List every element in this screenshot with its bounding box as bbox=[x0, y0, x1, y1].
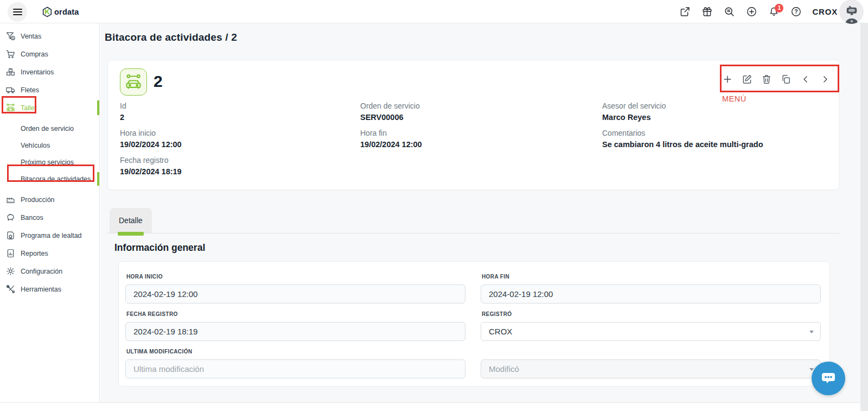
sidebar-subitem-proximo-servicios[interactable]: Próximo servicios bbox=[0, 154, 99, 170]
robot-avatar-icon bbox=[842, 4, 861, 24]
record-field-hora-fin: Hora fin 19/02/2024 12:00 bbox=[360, 129, 593, 149]
record-column-1: Id 2 Hora inicio 19/02/2024 12:00 Fecha … bbox=[120, 102, 353, 183]
chat-widget-button[interactable] bbox=[812, 362, 845, 395]
sales-funnel-icon: $ bbox=[5, 31, 16, 41]
car-service-icon bbox=[5, 103, 16, 113]
field-hora-inicio: HORA INICIO bbox=[125, 274, 465, 303]
annotation-menu-label: MENÚ bbox=[722, 94, 746, 103]
loyalty-badge-icon bbox=[5, 230, 16, 241]
active-indicator-bar bbox=[97, 100, 99, 115]
tools-icon bbox=[5, 284, 16, 294]
detail-form-panel: HORA INICIO HORA FIN FECHA REGISTRO REGI… bbox=[118, 261, 830, 387]
sidebar-item-bancos[interactable]: Bancos bbox=[0, 208, 99, 226]
record-column-2: Orden de servicio SERV00006 Hora fin 19/… bbox=[360, 102, 593, 156]
gear-icon bbox=[5, 266, 16, 276]
logo-letter: K bbox=[44, 8, 49, 16]
car-service-tile-icon bbox=[120, 68, 147, 96]
field-registro: REGISTRÓ CROX bbox=[481, 311, 821, 341]
sidebar-subitem-vehiculos[interactable]: Vehículos bbox=[0, 137, 99, 154]
notifications-bell-icon[interactable]: 1 bbox=[768, 6, 780, 18]
username-label[interactable]: CROX bbox=[812, 7, 838, 16]
hamburger-menu-button[interactable] bbox=[8, 2, 27, 22]
logo-hexagon-icon: K bbox=[41, 6, 53, 18]
record-field-id: Id 2 bbox=[120, 102, 353, 122]
ultima-modificacion-input[interactable] bbox=[125, 359, 465, 378]
sidebar-item-produccion[interactable]: Producción bbox=[0, 191, 99, 208]
record-field-asesor: Asesor del servicio Marco Reyes bbox=[602, 102, 835, 122]
tab-detalle[interactable]: Detalle bbox=[110, 208, 152, 233]
sidebar-subitem-orden-de-servicio[interactable]: Orden de servicio bbox=[0, 120, 99, 137]
field-modifico: Modificó bbox=[481, 349, 821, 378]
sidebar-subitem-bitacora-de-actividades[interactable]: Bitacora de actividades bbox=[0, 170, 99, 187]
external-link-icon[interactable] bbox=[679, 6, 691, 18]
sidebar-item-taller[interactable]: Taller bbox=[0, 99, 99, 117]
scrollbar-track[interactable] bbox=[860, 23, 868, 411]
record-number: 2 bbox=[154, 72, 163, 91]
gift-icon[interactable] bbox=[701, 6, 713, 18]
sidebar-item-herramientas[interactable]: Herramientas bbox=[0, 280, 99, 298]
factory-icon bbox=[5, 194, 16, 205]
add-button[interactable] bbox=[722, 73, 733, 85]
user-avatar[interactable] bbox=[839, 0, 864, 24]
help-circle-icon[interactable]: ? bbox=[790, 6, 802, 18]
inventory-boxes-icon bbox=[5, 67, 16, 77]
sidebar: $ Ventas Compras Inventarios Fletes Tall… bbox=[0, 23, 100, 402]
svg-text:$: $ bbox=[12, 36, 14, 40]
app-window: K ordata 1 ? CROX bbox=[0, 0, 868, 411]
sidebar-item-ventas[interactable]: $ Ventas bbox=[0, 27, 99, 45]
topbar: K ordata 1 ? CROX bbox=[0, 0, 868, 23]
sidebar-item-fletes[interactable]: Fletes bbox=[0, 81, 99, 99]
record-field-orden-de-servicio: Orden de servicio SERV00006 bbox=[360, 102, 593, 122]
chat-bubble-icon bbox=[819, 369, 838, 388]
truck-icon bbox=[5, 85, 16, 95]
svg-text:?: ? bbox=[794, 9, 797, 15]
chevron-down-icon bbox=[809, 331, 814, 333]
topbar-actions: 1 ? CROX bbox=[679, 0, 838, 23]
record-field-fecha-registro: Fecha registro 19/02/2024 18:19 bbox=[120, 156, 353, 176]
delete-button[interactable] bbox=[761, 73, 773, 85]
record-card: 2 Id 2 Hora inicio 19/02/2024 12:00 Fech… bbox=[107, 60, 839, 190]
piggy-bank-icon bbox=[5, 212, 16, 223]
section-title: Información general bbox=[114, 242, 205, 254]
hora-fin-input[interactable] bbox=[481, 284, 821, 303]
bottom-edge bbox=[0, 402, 868, 411]
next-record-button[interactable] bbox=[819, 73, 831, 85]
logo-text: ordata bbox=[54, 8, 79, 16]
hora-inicio-input[interactable] bbox=[125, 284, 465, 303]
field-ultima-modificacion: ULTIMA MODIFICACIÓN bbox=[125, 349, 465, 378]
registro-select[interactable]: CROX bbox=[481, 322, 821, 341]
copy-button[interactable] bbox=[780, 73, 792, 85]
field-fecha-registro: FECHA REGISTRO bbox=[125, 311, 465, 341]
page-title: Bitacora de actividades / 2 bbox=[105, 31, 237, 43]
record-column-3: Asesor del servicio Marco Reyes Comentar… bbox=[602, 102, 835, 156]
sidebar-item-configuracion[interactable]: Configuración bbox=[0, 262, 99, 280]
sidebar-item-programa-de-lealtad[interactable]: Programa de lealtad bbox=[0, 226, 99, 244]
record-toolbar bbox=[722, 73, 831, 85]
record-field-comentarios: Comentarios Se cambiaron 4 litros de ace… bbox=[602, 129, 835, 149]
add-circle-icon[interactable] bbox=[745, 6, 757, 18]
shopping-cart-icon bbox=[5, 49, 16, 59]
report-document-icon bbox=[5, 248, 16, 258]
fecha-registro-input[interactable] bbox=[125, 322, 465, 341]
notification-badge: 1 bbox=[775, 4, 783, 12]
app-logo[interactable]: K ordata bbox=[41, 0, 79, 23]
edit-button[interactable] bbox=[741, 73, 753, 85]
record-field-hora-inicio: Hora inicio 19/02/2024 12:00 bbox=[120, 129, 353, 149]
modifico-select[interactable]: Modificó bbox=[481, 359, 821, 378]
sidebar-item-reportes[interactable]: Reportes bbox=[0, 244, 99, 262]
sidebar-item-inventarios[interactable]: Inventarios bbox=[0, 63, 99, 81]
hamburger-icon bbox=[13, 7, 22, 17]
active-indicator-bar bbox=[97, 172, 99, 186]
tab-divider bbox=[107, 233, 839, 233]
field-hora-fin: HORA FIN bbox=[481, 274, 821, 303]
previous-record-button[interactable] bbox=[800, 73, 812, 85]
sidebar-item-compras[interactable]: Compras bbox=[0, 45, 99, 63]
active-tab-indicator bbox=[118, 232, 144, 236]
search-document-icon[interactable] bbox=[723, 6, 735, 18]
